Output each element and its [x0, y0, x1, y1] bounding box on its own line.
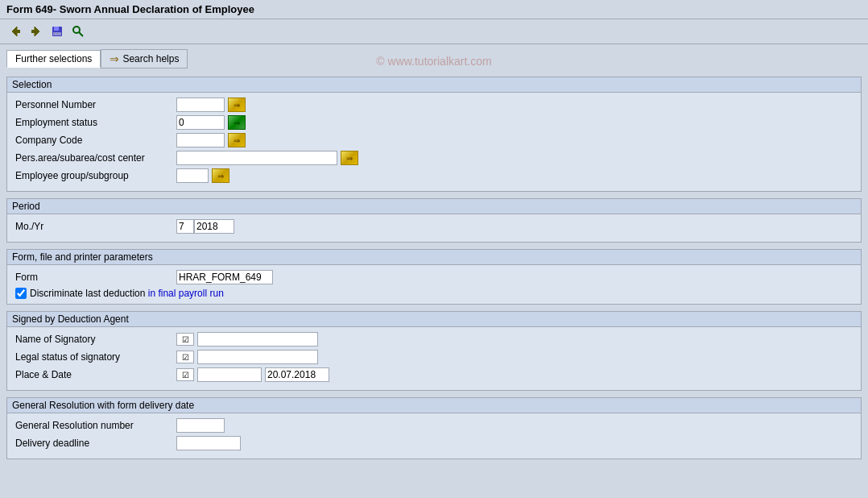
employee-group-arrow[interactable]: ⇒: [212, 168, 229, 183]
company-code-label: Company Code: [15, 135, 176, 146]
employee-group-input[interactable]: [176, 168, 209, 183]
company-code-row: Company Code ⇒: [15, 133, 853, 147]
delivery-deadline-row: Delivery deadline: [15, 436, 853, 450]
further-selections-label: Further selections: [15, 53, 92, 64]
signed-body: Name of Signatory ☑ Legal status of sign…: [7, 327, 861, 390]
svg-rect-3: [31, 30, 35, 33]
svg-line-8: [79, 32, 83, 36]
period-row: Mo./Yr: [15, 219, 853, 234]
discriminate-suffix: in final payroll run: [148, 288, 224, 299]
month-input[interactable]: [176, 219, 194, 234]
tab-arrow-icon: ⇒: [110, 52, 119, 65]
form-value-input[interactable]: [176, 270, 273, 284]
save-icon[interactable]: [48, 23, 66, 40]
legal-status-input[interactable]: [197, 350, 318, 364]
pers-area-input[interactable]: [176, 151, 337, 165]
period-header: Period: [7, 199, 861, 214]
place-date-value[interactable]: [265, 367, 329, 382]
svg-rect-5: [54, 27, 59, 31]
company-code-input[interactable]: [176, 133, 225, 147]
signed-header: Signed by Deduction Agent: [7, 312, 861, 327]
pers-area-arrow[interactable]: ⇒: [341, 151, 358, 165]
toolbar: © www.tutorialkart.com: [0, 19, 868, 44]
employment-status-input[interactable]: [176, 115, 225, 130]
page-title: Form 649- Sworn Annual Declaration of Em…: [6, 3, 254, 15]
svg-rect-1: [16, 30, 20, 33]
year-input[interactable]: [194, 219, 234, 234]
name-signatory-input[interactable]: [197, 332, 318, 347]
pers-area-row: Pers.area/subarea/cost center ⇒: [15, 151, 853, 165]
find-icon[interactable]: [69, 23, 87, 40]
form-params-body: Form Discriminate last deduction in fina…: [7, 265, 861, 304]
employee-group-row: Employee group/subgroup ⇒: [15, 168, 853, 183]
period-body: Mo./Yr: [7, 214, 861, 242]
selection-body: Personnel Number ⇒ Employment status ⇒ C…: [7, 93, 861, 191]
personnel-number-arrow[interactable]: ⇒: [228, 98, 246, 112]
forward-icon[interactable]: [27, 23, 45, 40]
name-signatory-label: Name of Signatory: [15, 334, 176, 345]
further-selections-tab[interactable]: Further selections: [6, 50, 101, 68]
general-resolution-number-input[interactable]: [176, 418, 225, 433]
period-section: Period Mo./Yr: [6, 198, 862, 243]
form-row: Form: [15, 270, 853, 284]
discriminate-checkbox[interactable]: [15, 288, 27, 299]
selection-section: Selection Personnel Number ⇒ Employment …: [6, 77, 862, 192]
main-content: Selection Personnel Number ⇒ Employment …: [0, 73, 868, 498]
back-icon[interactable]: [6, 23, 24, 40]
tab-bar: Further selections ⇒ Search helps: [0, 44, 868, 73]
place-date-row: Place & Date ☑: [15, 367, 853, 382]
discriminate-row: Discriminate last deduction in final pay…: [15, 288, 853, 299]
form-label: Form: [15, 272, 176, 283]
svg-rect-6: [53, 32, 61, 35]
place-date-input[interactable]: [197, 367, 262, 382]
delivery-deadline-input[interactable]: [176, 436, 241, 450]
personnel-number-input[interactable]: [176, 98, 225, 112]
mo-yr-label: Mo./Yr: [15, 221, 176, 232]
company-code-arrow[interactable]: ⇒: [228, 133, 246, 147]
personnel-number-row: Personnel Number ⇒: [15, 98, 853, 112]
svg-point-7: [73, 27, 80, 33]
general-resolution-number-label: General Resolution number: [15, 420, 176, 431]
search-helps-label: Search helps: [122, 53, 179, 64]
period-inputs: [176, 219, 234, 234]
pers-area-label: Pers.area/subarea/cost center: [15, 152, 176, 164]
name-signatory-checkbox-icon: ☑: [176, 333, 194, 346]
selection-header: Selection: [7, 77, 861, 93]
form-params-header: Form, file and printer parameters: [7, 250, 861, 265]
delivery-deadline-label: Delivery deadline: [15, 438, 176, 449]
legal-status-checkbox-icon: ☑: [176, 351, 194, 363]
signed-section: Signed by Deduction Agent Name of Signat…: [6, 311, 862, 391]
general-resolution-number-row: General Resolution number: [15, 418, 853, 433]
place-date-label: Place & Date: [15, 369, 176, 380]
place-date-checkbox-icon: ☑: [176, 368, 194, 381]
general-resolution-header: General Resolution with form delivery da…: [7, 398, 861, 413]
title-bar: Form 649- Sworn Annual Declaration of Em…: [0, 0, 868, 19]
general-resolution-section: General Resolution with form delivery da…: [6, 397, 862, 459]
form-params-section: Form, file and printer parameters Form D…: [6, 249, 862, 305]
search-helps-tab[interactable]: ⇒ Search helps: [101, 49, 188, 68]
employment-status-label: Employment status: [15, 117, 176, 128]
personnel-number-label: Personnel Number: [15, 99, 176, 110]
employment-status-arrow[interactable]: ⇒: [228, 115, 246, 130]
discriminate-label: Discriminate last deduction in final pay…: [30, 288, 224, 299]
general-resolution-body: General Resolution number Delivery deadl…: [7, 413, 861, 459]
name-signatory-row: Name of Signatory ☑: [15, 332, 853, 347]
employee-group-label: Employee group/subgroup: [15, 170, 176, 181]
employment-status-row: Employment status ⇒: [15, 115, 853, 130]
legal-status-label: Legal status of signatory: [15, 351, 176, 363]
legal-status-row: Legal status of signatory ☑: [15, 350, 853, 364]
